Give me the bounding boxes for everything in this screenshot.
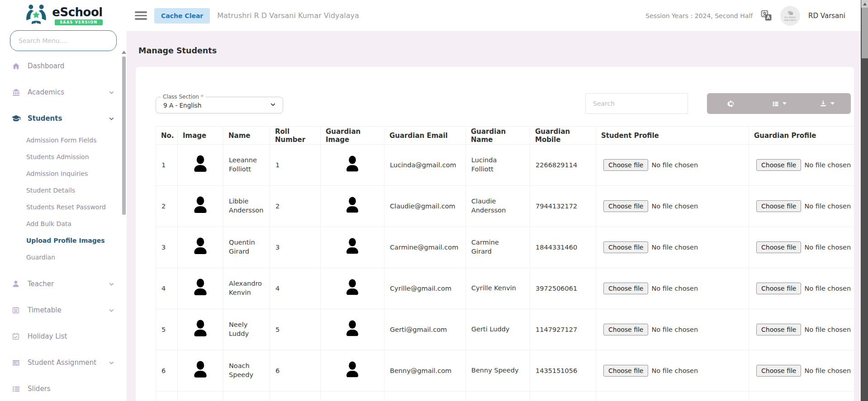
choose-file-button[interactable]: Choose file (603, 283, 648, 294)
students-submenu: Admission Form Fields Students Admission… (0, 132, 127, 265)
student-profile-file-input[interactable]: Choose file No file chosen (603, 241, 698, 253)
student-profile-file-input[interactable]: Choose file No file chosen (603, 365, 698, 377)
sidebar-item-timetable[interactable]: Timetable (0, 297, 127, 323)
sidebar-item-label: Teacher (28, 280, 54, 288)
manage-students-card: Class Section * 9 A - English (136, 67, 854, 401)
choose-file-button[interactable]: Choose file (603, 159, 648, 171)
user-avatar[interactable]: NO IMAGE AVAILABLE (780, 6, 800, 26)
subitem-label: Add Bulk Data (26, 220, 71, 227)
choose-file-button[interactable]: Choose file (603, 365, 648, 377)
choose-file-button[interactable]: Choose file (756, 365, 801, 377)
cell-roll-number: 4 (270, 268, 321, 309)
list-icon (11, 385, 21, 393)
sidebar-scrollbar-thumb[interactable] (122, 57, 126, 215)
sidebar-scroll-up-arrow[interactable] (122, 51, 126, 54)
cell-name: Quentin Girard (223, 227, 270, 268)
sidebar-search-input[interactable] (10, 30, 117, 51)
table-header-row: No. Image Name Roll Number Guardian Imag… (156, 127, 854, 145)
person-icon (191, 278, 210, 298)
sidebar-scrollbar[interactable] (122, 51, 126, 401)
page-scrollbar[interactable] (861, 0, 868, 401)
choose-file-button[interactable]: Choose file (756, 241, 801, 253)
sidebar-item-holiday-list[interactable]: Holiday List (0, 323, 127, 349)
sidebar-item-label: Sliders (28, 385, 51, 393)
cell-roll-number: 5 (270, 309, 321, 350)
columns-button[interactable] (755, 93, 803, 114)
page-title: Manage Students (136, 32, 854, 67)
subitem-label: Student Details (26, 187, 75, 194)
page-scrollbar-thumb[interactable] (862, 8, 868, 58)
sidebar-item-dashboard[interactable]: Dashboard (0, 53, 127, 79)
sidebar-subitem-upload-profile-images[interactable]: Upload Profile Images (0, 232, 127, 249)
sidebar-item-sliders[interactable]: Sliders (0, 376, 127, 401)
cell-guardian-image (321, 392, 384, 401)
guardian-profile-file-input[interactable]: Choose file No file chosen (756, 283, 851, 294)
header-guardian-name: Guardian Name (466, 127, 530, 145)
no-file-chosen-text: No file chosen (804, 161, 851, 169)
choose-file-button[interactable]: Choose file (756, 324, 801, 335)
sidebar-subitem-add-bulk-data[interactable]: Add Bulk Data (0, 215, 127, 232)
choose-file-button[interactable]: Choose file (603, 324, 648, 335)
cell-name: Alexandro Kenvin (223, 268, 270, 309)
cache-clear-button[interactable]: Cache Clear (154, 8, 210, 24)
table-search-input[interactable] (585, 93, 688, 114)
header-guardian-image: Guardian Image (321, 127, 384, 145)
choose-file-button[interactable]: Choose file (756, 283, 801, 294)
cell-student-image (178, 186, 223, 227)
table-actions-group (707, 93, 851, 114)
sidebar-nav: Dashboard Academics Students (0, 51, 127, 401)
choose-file-button[interactable]: Choose file (603, 200, 648, 212)
sidebar-subitem-student-details[interactable]: Student Details (0, 182, 127, 198)
sidebar-subitem-admission-inquiries[interactable]: Admission Inquiries (0, 165, 127, 182)
sidebar-subitem-students-reset-password[interactable]: Students Reset Password (0, 198, 127, 215)
cell-guardian-image (321, 227, 384, 268)
choose-file-button[interactable]: Choose file (756, 200, 801, 212)
subitem-label: Admission Inquiries (26, 170, 88, 177)
person-icon (191, 319, 210, 340)
sidebar-subitem-guardian[interactable]: Guardian (0, 249, 127, 265)
sidebar-item-students[interactable]: Students (0, 105, 127, 132)
export-download-button[interactable] (803, 93, 851, 114)
cell-guardian-email: Lucinda@gmail.com (384, 145, 466, 186)
sidebar-item-teacher[interactable]: Teacher (0, 271, 127, 297)
cell-name: Noach Speedy (223, 350, 270, 392)
cell-name (223, 392, 270, 401)
choose-file-button[interactable]: Choose file (603, 241, 648, 253)
cell-no: 1 (156, 145, 178, 186)
student-profile-file-input[interactable]: Choose file No file chosen (603, 200, 698, 212)
guardian-profile-file-input[interactable]: Choose file No file chosen (756, 200, 851, 212)
class-section-select[interactable]: 9 A - English (161, 100, 278, 110)
sidebar-item-label: Dashboard (28, 62, 64, 70)
main-area: Cache Clear Matrushri R D Varsani Kumar … (127, 0, 868, 401)
sidebar-subitem-students-admission[interactable]: Students Admission (0, 148, 127, 165)
student-profile-file-input[interactable]: Choose file No file chosen (603, 159, 698, 171)
guardian-profile-file-input[interactable]: Choose file No file chosen (756, 241, 851, 253)
user-icon (11, 280, 21, 288)
cell-guardian-image (321, 268, 384, 309)
choose-file-button[interactable]: Choose file (756, 159, 801, 171)
cell-guardian-image (321, 186, 384, 227)
subitem-label: Upload Profile Images (26, 237, 105, 244)
sidebar-item-academics[interactable]: Academics (0, 79, 127, 105)
student-profile-file-input[interactable]: Choose file No file chosen (603, 324, 698, 335)
cell-guardian-profile: Choose file No file chosen (749, 309, 854, 350)
sidebar-subitem-admission-form-fields[interactable]: Admission Form Fields (0, 132, 127, 148)
page-scroll-up-button[interactable] (861, 0, 868, 8)
cell-student-profile: Choose file No file chosen (596, 145, 749, 186)
cell-guardian-name: Benny Speedy (466, 350, 530, 392)
hamburger-menu-icon[interactable] (135, 11, 147, 20)
sidebar-item-student-assignment[interactable]: Student Assignment (0, 349, 127, 376)
cell-guardian-name: Lucinda Folliott (466, 145, 530, 186)
cell-student-profile: Choose file No file chosen (596, 392, 749, 401)
guardian-profile-file-input[interactable]: Choose file No file chosen (756, 324, 851, 335)
language-translate-icon[interactable]: A (761, 10, 772, 21)
cell-student-profile: Choose file No file chosen (596, 309, 749, 350)
guardian-profile-file-input[interactable]: Choose file No file chosen (756, 159, 851, 171)
cell-guardian-name: Claudie Andersson (466, 186, 530, 227)
person-icon (343, 360, 361, 380)
guardian-profile-file-input[interactable]: Choose file No file chosen (756, 365, 851, 377)
student-profile-file-input[interactable]: Choose file No file chosen (603, 283, 698, 294)
refresh-button[interactable] (707, 93, 755, 114)
brand-logo[interactable]: eSchool SAAS VERSION (0, 0, 127, 28)
calendar-check-icon (11, 332, 21, 340)
